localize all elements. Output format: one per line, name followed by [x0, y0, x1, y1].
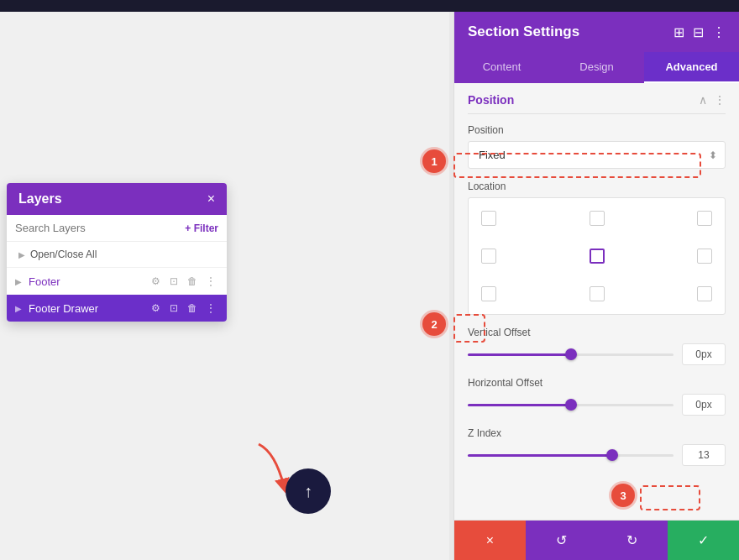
position-more-icon[interactable]: ⋮	[714, 93, 726, 107]
horizontal-offset-row: Horizontal Offset	[468, 377, 726, 416]
footer-more-icon[interactable]: ⋮	[203, 274, 218, 289]
position-section-group: Position ∧ ⋮ Position Fixed Default Abso…	[454, 83, 739, 486]
upload-button[interactable]: ↑	[286, 468, 331, 514]
tab-content[interactable]: Content	[454, 52, 549, 83]
grid-top-center[interactable]	[590, 211, 605, 226]
location-label: Location	[468, 181, 726, 192]
tab-design[interactable]: Design	[549, 52, 644, 83]
vertical-offset-label: Vertical Offset	[468, 327, 726, 338]
horizontal-offset-slider-row	[468, 394, 726, 416]
grid-bottom-right[interactable]	[697, 286, 712, 301]
panel-header-actions: ⊞ ⊟ ⋮	[673, 24, 726, 40]
horizontal-offset-thumb[interactable]	[565, 399, 577, 411]
z-index-slider-row	[468, 444, 726, 466]
horizontal-offset-track	[468, 404, 673, 406]
vertical-offset-thumb[interactable]	[565, 348, 577, 360]
horizontal-offset-value[interactable]	[682, 394, 726, 416]
annotation-1-dashed-box	[453, 153, 701, 178]
save-button[interactable]: ✓	[668, 521, 739, 560]
position-section-header: Position ∧ ⋮	[468, 83, 726, 114]
position-collapse-icon[interactable]: ∧	[699, 93, 707, 107]
panel-split-icon[interactable]: ⊟	[693, 24, 704, 40]
annotation-2-dashed-box	[453, 314, 485, 343]
panel-title: Section Settings	[468, 24, 579, 40]
layers-close-button[interactable]: ×	[207, 191, 215, 207]
footer-drawer-settings-icon[interactable]: ⚙	[148, 301, 163, 316]
footer-duplicate-icon[interactable]: ⊡	[166, 274, 181, 289]
annotation-2: 2	[422, 312, 446, 336]
grid-middle-right[interactable]	[697, 249, 712, 264]
z-index-fill	[468, 454, 612, 457]
open-close-label: Open/Close All	[30, 249, 97, 260]
layers-panel: Layers × + Filter ▶ Open/Close All ▶ Foo…	[7, 183, 227, 322]
layers-item-footer-drawer[interactable]: ▶ Footer Drawer ⚙ ⊡ 🗑 ⋮	[7, 295, 227, 322]
z-index-value[interactable]	[682, 444, 726, 466]
footer-drawer-more-icon[interactable]: ⋮	[203, 301, 218, 316]
footer-item-name: Footer	[29, 275, 143, 288]
section-settings-panel: Section Settings ⊞ ⊟ ⋮ Content Design Ad…	[453, 12, 739, 560]
footer-item-actions: ⚙ ⊡ 🗑 ⋮	[148, 274, 218, 289]
location-grid	[468, 197, 726, 315]
footer-delete-icon[interactable]: 🗑	[185, 274, 200, 289]
grid-bottom-center[interactable]	[590, 286, 605, 301]
footer-drawer-item-name: Footer Drawer	[29, 302, 143, 315]
layers-item-footer[interactable]: ▶ Footer ⚙ ⊡ 🗑 ⋮	[7, 268, 227, 295]
position-label: Position	[468, 124, 726, 136]
location-field-row: Location	[468, 181, 726, 315]
z-index-track	[468, 454, 673, 457]
vertical-offset-value[interactable]	[682, 343, 726, 365]
vertical-offset-track	[468, 353, 673, 356]
position-section-actions: ∧ ⋮	[699, 93, 726, 107]
grid-middle-left[interactable]	[481, 249, 496, 264]
grid-bottom-left[interactable]	[481, 286, 496, 301]
grid-top-left[interactable]	[481, 211, 496, 226]
vertical-offset-slider-row	[468, 343, 726, 365]
layers-search-input[interactable]	[15, 222, 180, 234]
footer-drawer-expand-icon: ▶	[15, 304, 24, 313]
cancel-button[interactable]: ×	[454, 521, 526, 560]
grid-middle-center[interactable]	[590, 249, 605, 264]
z-index-row: Z Index	[468, 427, 726, 466]
panel-content: Position ∧ ⋮ Position Fixed Default Abso…	[454, 83, 739, 520]
layers-open-close[interactable]: ▶ Open/Close All	[7, 242, 227, 268]
layers-search-row: + Filter	[7, 215, 227, 242]
footer-expand-icon: ▶	[15, 277, 24, 286]
tab-advanced[interactable]: Advanced	[644, 52, 739, 83]
annotation-3: 3	[611, 484, 635, 507]
vertical-offset-fill	[468, 353, 571, 356]
position-section-title: Position	[468, 93, 514, 107]
layers-header: Layers ×	[7, 183, 227, 215]
top-bar	[0, 0, 739, 12]
panel-header: Section Settings ⊞ ⊟ ⋮	[454, 12, 739, 52]
horizontal-offset-fill	[468, 404, 571, 406]
layers-filter-button[interactable]: + Filter	[185, 222, 218, 234]
bottom-action-bar: × ↺ ↻ ✓	[454, 520, 739, 560]
redo-button[interactable]: ↻	[597, 521, 668, 560]
panel-fullscreen-icon[interactable]: ⊞	[673, 24, 684, 40]
open-close-arrow-icon: ▶	[18, 250, 25, 259]
footer-drawer-delete-icon[interactable]: 🗑	[185, 301, 200, 316]
panel-more-icon[interactable]: ⋮	[712, 24, 726, 40]
z-index-label: Z Index	[468, 427, 726, 439]
footer-settings-icon[interactable]: ⚙	[148, 274, 163, 289]
annotation-3-dashed-box	[640, 485, 700, 510]
footer-drawer-duplicate-icon[interactable]: ⊡	[166, 301, 181, 316]
layers-title: Layers	[18, 191, 62, 207]
horizontal-offset-label: Horizontal Offset	[468, 377, 726, 389]
z-index-thumb[interactable]	[606, 449, 618, 461]
grid-top-right[interactable]	[697, 211, 712, 226]
annotation-1: 1	[422, 149, 446, 173]
undo-button[interactable]: ↺	[526, 521, 597, 560]
footer-drawer-item-actions: ⚙ ⊡ 🗑 ⋮	[148, 301, 218, 316]
vertical-offset-row: Vertical Offset	[468, 327, 726, 365]
panel-tabs: Content Design Advanced	[454, 52, 739, 83]
canvas-area: Layers × + Filter ▶ Open/Close All ▶ Foo…	[0, 12, 449, 560]
